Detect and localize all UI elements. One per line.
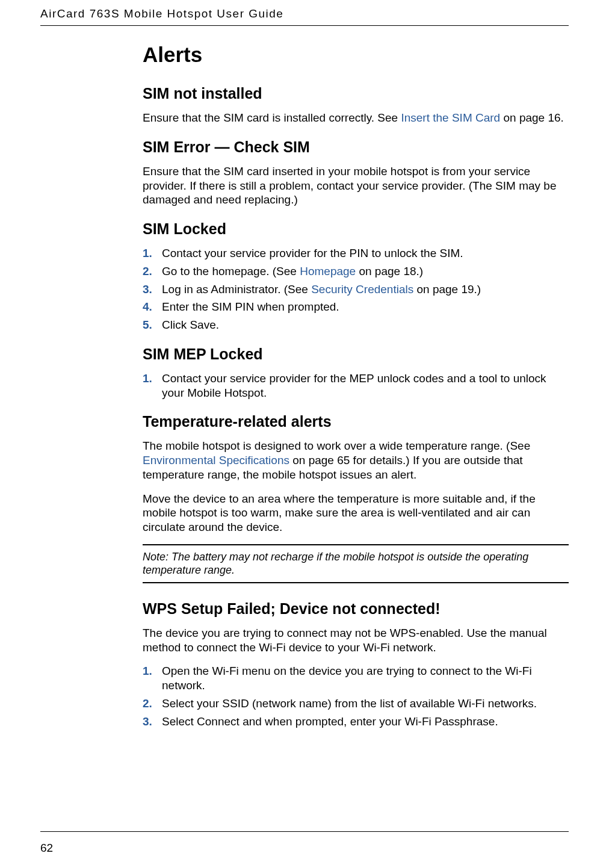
paragraph: The device you are trying to connect may…: [143, 626, 569, 655]
link-environmental-specifications[interactable]: Environmental Specifications: [143, 454, 289, 467]
note-rule-bottom: [143, 582, 569, 583]
heading-sim-locked: SIM Locked: [143, 220, 569, 238]
page: AirCard 763S Mobile Hotspot User Guide A…: [0, 0, 609, 868]
text: Ensure that the SIM card is installed co…: [143, 111, 401, 124]
paragraph: Ensure that the SIM card inserted in you…: [143, 164, 569, 207]
list-item: Select Connect and when prompted, enter …: [143, 715, 569, 729]
heading-sim-mep-locked: SIM MEP Locked: [143, 346, 569, 363]
note-text: Note: The battery may not recharge if th…: [143, 550, 569, 577]
paragraph: Move the device to an area where the tem…: [143, 492, 569, 535]
footer-rule: [40, 831, 569, 832]
list-item: Go to the homepage. (See Homepage on pag…: [143, 264, 569, 279]
list-item: Open the Wi-Fi menu on the device you ar…: [143, 664, 569, 693]
text: Go to the homepage. (See: [162, 265, 300, 277]
page-title: Alerts: [143, 43, 569, 67]
list-item: Contact your service provider for the ME…: [143, 371, 569, 400]
list-item: Enter the SIM PIN when prompted.: [143, 300, 569, 314]
heading-wps-setup-failed: WPS Setup Failed; Device not connected!: [143, 600, 569, 618]
note-rule-top: [143, 544, 569, 545]
paragraph: Ensure that the SIM card is installed co…: [143, 111, 569, 125]
list-item: Click Save.: [143, 318, 569, 332]
text: The mobile hotspot is designed to work o…: [143, 439, 530, 452]
content-area: Alerts SIM not installed Ensure that the…: [143, 26, 569, 728]
heading-sim-error: SIM Error — Check SIM: [143, 138, 569, 156]
heading-temperature-alerts: Temperature-related alerts: [143, 413, 569, 430]
text: on page 19.): [413, 283, 481, 296]
link-homepage[interactable]: Homepage: [300, 265, 356, 277]
text: Log in as Administrator. (See: [162, 283, 311, 296]
ordered-list: Open the Wi-Fi menu on the device you ar…: [143, 664, 569, 728]
list-item: Select your SSID (network name) from the…: [143, 696, 569, 711]
heading-sim-not-installed: SIM not installed: [143, 85, 569, 102]
link-insert-sim-card[interactable]: Insert the SIM Card: [401, 111, 500, 124]
list-item: Log in as Administrator. (See Security C…: [143, 282, 569, 297]
ordered-list: Contact your service provider for the PI…: [143, 246, 569, 332]
ordered-list: Contact your service provider for the ME…: [143, 371, 569, 400]
page-number: 62: [40, 842, 53, 855]
text: on page 18.): [356, 265, 423, 277]
document-header-title: AirCard 763S Mobile Hotspot User Guide: [40, 7, 569, 25]
paragraph: The mobile hotspot is designed to work o…: [143, 439, 569, 482]
link-security-credentials[interactable]: Security Credentials: [311, 283, 413, 296]
list-item: Contact your service provider for the PI…: [143, 246, 569, 261]
text: on page 16.: [500, 111, 564, 124]
